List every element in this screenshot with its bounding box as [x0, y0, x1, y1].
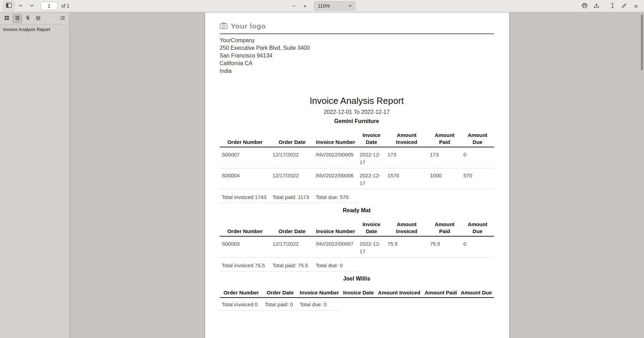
- invoice-table: Order Number Order Date Invoice Number I…: [220, 220, 494, 271]
- total-paid: Total paid: 75.5: [271, 258, 314, 271]
- sidebar-toggle-icon: [6, 3, 12, 9]
- zoom-level-select[interactable]: 110%: [314, 1, 355, 10]
- page-number-input[interactable]: [41, 2, 57, 10]
- col-amount-invoiced: Amount Invoiced: [386, 220, 428, 236]
- col-invoice-number: Invoice Number: [314, 131, 358, 147]
- outline-item-invoice-analysis-report[interactable]: Invoice Analysis Report: [0, 24, 69, 34]
- annotate-button[interactable]: [619, 1, 629, 10]
- col-amount-invoiced: Amount Invoiced: [376, 288, 423, 298]
- table-header-row: Order Number Order Date Invoice Number I…: [220, 131, 494, 147]
- print-button[interactable]: [580, 1, 589, 10]
- cell-order-number: S00004: [220, 168, 271, 189]
- save-button[interactable]: [591, 1, 601, 10]
- double-chevron-icon: »: [634, 2, 638, 10]
- company-name: YourCompany: [220, 37, 494, 44]
- col-order-date: Order Date: [271, 220, 314, 236]
- header-divider: [220, 33, 494, 34]
- cell-invoice-number: INV/2022/00007: [314, 236, 358, 258]
- col-amount-paid: Amount Paid: [428, 131, 461, 147]
- printer-icon: [582, 3, 588, 9]
- toolbar-right-group: »: [580, 1, 641, 10]
- totals-row: Total invoiced 0 Total paid: 0 Total due…: [220, 298, 494, 310]
- cell-order-number: S00003: [220, 236, 271, 258]
- cell-amount-invoiced: 75.5: [386, 236, 428, 258]
- customer-heading: Ready Mat: [220, 207, 494, 214]
- zoom-out-button[interactable]: −: [289, 1, 299, 10]
- table-header-row: Order Number Order Date Invoice Number I…: [220, 220, 494, 236]
- toolbar-left-group: of 1: [3, 1, 71, 11]
- annotations-list-icon: [60, 15, 65, 22]
- total-due: Total due: 0: [297, 298, 341, 310]
- customer-heading: Joel Willis: [220, 275, 494, 283]
- sidebar-tabs: [0, 13, 69, 24]
- col-amount-due: Amount Due: [459, 288, 494, 298]
- totals-spacer: [358, 258, 494, 271]
- cell-invoice-number: INV/2022/00006: [314, 168, 358, 189]
- company-logo: Your logo: [220, 22, 494, 30]
- company-country: India: [220, 67, 494, 75]
- text-selection-tool-button[interactable]: [607, 1, 617, 10]
- outline-list-icon: [15, 15, 20, 22]
- layers-icon: [36, 15, 41, 22]
- cell-invoice-number: INV/2022/00005: [314, 147, 358, 168]
- col-order-number: Order Number: [220, 288, 263, 298]
- camera-icon: [220, 22, 227, 30]
- page-count-label: of 1: [61, 3, 69, 9]
- sidebar: Invoice Analysis Report: [0, 13, 70, 338]
- tab-annotations[interactable]: [58, 14, 67, 23]
- cell-order-date: 12/17/2022: [271, 147, 314, 168]
- col-order-number: Order Number: [220, 131, 271, 147]
- zoom-in-button[interactable]: +: [300, 1, 310, 10]
- col-invoice-date: Invoice Date: [358, 131, 386, 147]
- chevron-down-icon: [348, 3, 352, 9]
- report-date-range: 2022-12-01 To 2022-12-17: [220, 108, 494, 116]
- table-header-row: Order Number Order Date Invoice Number I…: [220, 288, 494, 298]
- col-amount-paid: Amount Paid: [428, 220, 461, 236]
- company-street: 250 Executive Park Blvd, Suite 3400: [220, 44, 494, 52]
- col-invoice-date: Invoice Date: [358, 220, 386, 236]
- sidebar-toggle-button[interactable]: [3, 1, 14, 11]
- invoice-table: Order Number Order Date Invoice Number I…: [220, 288, 494, 310]
- company-address-block: YourCompany 250 Executive Park Blvd, Sui…: [220, 37, 494, 75]
- col-invoice-number: Invoice Number: [314, 220, 358, 236]
- invoice-table: Order Number Order Date Invoice Number I…: [220, 131, 494, 203]
- company-state: California CA: [220, 60, 494, 67]
- cell-amount-invoiced: 173: [386, 147, 428, 168]
- cell-invoice-date: 2022-12-17: [358, 147, 386, 168]
- previous-page-button[interactable]: [16, 1, 25, 10]
- next-page-button[interactable]: [27, 1, 37, 10]
- customer-heading: Gemini Furniture: [220, 117, 494, 125]
- total-invoiced: Total invoiced 1743: [220, 189, 271, 203]
- more-options-button[interactable]: »: [631, 1, 641, 10]
- col-amount-due: Amount Due: [461, 220, 494, 236]
- col-invoice-number: Invoice Number: [297, 288, 341, 298]
- vertical-scrollbar[interactable]: [641, 15, 643, 70]
- toolbar: of 1 − + 110%: [0, 0, 644, 12]
- total-due: Total due: 570: [314, 189, 358, 203]
- document-area: Your logo YourCompany 250 Executive Park…: [70, 13, 644, 338]
- total-paid: Total paid: 0: [263, 298, 297, 310]
- cell-amount-paid: 75.5: [428, 236, 461, 258]
- tab-layers[interactable]: [33, 14, 43, 23]
- chevron-up-icon: [18, 3, 23, 9]
- total-due: Total due: 0: [314, 258, 358, 271]
- totals-row: Total invoiced 1743 Total paid: 1173 Tot…: [220, 189, 494, 203]
- pdf-page: Your logo YourCompany 250 Executive Park…: [205, 13, 509, 338]
- col-amount-invoiced: Amount Invoiced: [386, 131, 428, 147]
- totals-spacer: [341, 298, 494, 310]
- paperclip-icon: [25, 15, 30, 22]
- col-amount-paid: Amount Paid: [423, 288, 459, 298]
- cell-invoice-date: 2022-12-17: [358, 236, 386, 258]
- cell-amount-paid: 173: [428, 147, 461, 168]
- tab-outline[interactable]: [13, 14, 22, 23]
- text-cursor-icon: [610, 3, 615, 9]
- col-amount-due: Amount Due: [461, 131, 494, 147]
- table-row: S00004 12/17/2022 INV/2022/00006 2022-12…: [220, 168, 494, 189]
- totals-row: Total invoiced 75.5 Total paid: 75.5 Tot…: [220, 258, 494, 271]
- tab-attachments[interactable]: [23, 14, 32, 23]
- report-title: Invoice Analysis Report: [220, 95, 494, 106]
- cell-order-date: 12/17/2022: [271, 168, 314, 189]
- company-city: San Francisco 94134: [220, 52, 494, 60]
- tab-thumbnails[interactable]: [2, 14, 11, 23]
- cell-amount-due: 0: [461, 147, 494, 168]
